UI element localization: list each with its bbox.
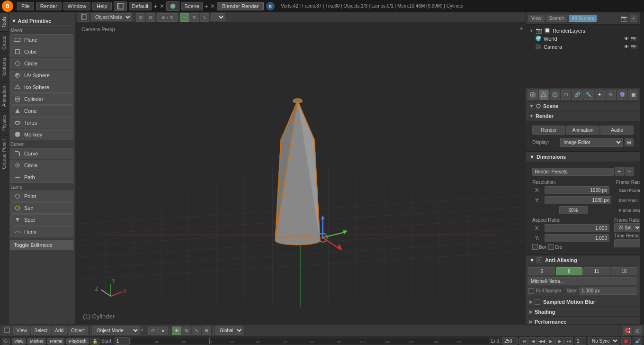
add-scene-icon[interactable]: + <box>205 2 208 10</box>
layout-selector[interactable]: Default <box>129 2 152 10</box>
viewport-mode-select[interactable]: Object Mode <box>91 13 132 21</box>
add-curve-circle-button[interactable]: Circle <box>10 160 73 171</box>
add-screen-icon[interactable]: + <box>153 2 157 10</box>
aa-8-btn[interactable]: 8 <box>556 267 582 275</box>
transform-manipulator-icon[interactable]: ⊕ ↕ ↻ <box>157 13 178 22</box>
add-cube-button[interactable]: Cube <box>10 46 73 57</box>
view-timeline-btn[interactable]: View <box>12 338 26 345</box>
tab-create[interactable]: Create <box>0 31 8 54</box>
render-menu[interactable]: Render <box>36 2 62 10</box>
end-frame-timeline[interactable] <box>502 337 518 345</box>
dimensions-header[interactable]: ▼ Dimensions <box>526 152 640 162</box>
add-preset-button[interactable]: + <box>615 167 624 176</box>
proportional-icon[interactable]: ◎ <box>633 327 642 335</box>
view-btn[interactable]: View <box>528 15 545 22</box>
cro-checkbox[interactable] <box>548 244 554 250</box>
aa-checkbox[interactable]: ✓ <box>537 257 542 263</box>
add-torus-button[interactable]: Torus <box>10 117 73 128</box>
aa-method-input[interactable] <box>528 277 637 285</box>
aspect-x-input[interactable] <box>545 224 609 232</box>
viewport-editor-icon[interactable] <box>2 327 12 335</box>
aspect-y-input[interactable] <box>545 234 609 242</box>
tab-grease-pencil[interactable]: Grease Pencil <box>0 135 8 173</box>
remove-preset-button[interactable]: − <box>625 167 634 176</box>
add-sun-lamp-button[interactable]: Sun <box>10 202 73 214</box>
file-menu[interactable]: File <box>17 2 34 10</box>
render-prop-icon[interactable] <box>528 90 538 100</box>
animation-btn[interactable]: Animation <box>566 126 599 135</box>
scene-editor-type[interactable] <box>166 1 179 11</box>
transform-orientation-select[interactable]: Global <box>215 326 243 335</box>
timeline-editor-icon[interactable]: ⏱ <box>2 338 10 345</box>
resolution-y-input[interactable] <box>545 196 611 204</box>
search-btn[interactable]: Search <box>546 15 567 22</box>
add-point-lamp-button[interactable]: Point <box>10 191 73 202</box>
render-section-header[interactable]: ▼ Render <box>526 111 640 121</box>
pivot-icon[interactable]: ⊙ <box>146 13 155 22</box>
frame-btn[interactable]: Frame <box>47 338 64 345</box>
shading-section[interactable]: ▶ Shading <box>526 307 640 317</box>
select-button[interactable]: Select <box>31 327 51 335</box>
add-icosphere-button[interactable]: Ico Sphere <box>10 82 73 93</box>
viewport-canvas[interactable]: Camera Persp + <box>76 23 525 324</box>
world-prop-icon[interactable] <box>550 90 560 100</box>
view-button[interactable]: View <box>13 327 30 335</box>
add-circle-button[interactable]: Circle <box>10 58 73 69</box>
all-scenes-btn[interactable]: All Scenes <box>569 15 597 22</box>
coordinate-system-select[interactable]: Global <box>211 13 225 21</box>
scene-prop-icon[interactable] <box>539 90 549 100</box>
camera-visibility-icon[interactable]: 👁 <box>624 44 629 49</box>
right-scrollbar[interactable] <box>640 12 644 324</box>
bor-checkbox[interactable] <box>532 244 538 250</box>
scene-section-header[interactable]: ▼ Scene <box>526 101 640 111</box>
add-monkey-button[interactable]: Monkey <box>10 129 73 140</box>
render-layers-item[interactable]: ▼ 📷 🔲 RenderLayers <box>528 27 638 35</box>
add-plane-button[interactable]: Plane <box>10 34 73 45</box>
aa-16-btn[interactable]: 16 <box>611 267 637 275</box>
delete-screen-icon[interactable]: ✕ <box>160 3 164 9</box>
delete-scene-icon[interactable]: ✕ <box>210 3 215 9</box>
render-presets-input[interactable] <box>532 168 614 176</box>
help-menu[interactable]: Help <box>92 2 112 10</box>
motion-blur-section[interactable]: ▶ Sampled Motion Blur <box>526 297 640 307</box>
rotate-icon[interactable]: ↻ <box>190 13 199 22</box>
new-scene-icon[interactable]: + <box>630 15 637 22</box>
render-engine-selector[interactable]: Blender Render <box>217 2 264 10</box>
material-icon[interactable]: 🔮 <box>617 90 627 100</box>
viewport-editor-type[interactable] <box>79 13 89 22</box>
step-back-btn[interactable]: ◀ <box>528 337 537 345</box>
display-select[interactable]: Image Editor <box>560 138 623 147</box>
mode-select[interactable]: Object Mode <box>92 326 140 335</box>
start-frame-timeline[interactable] <box>115 337 130 345</box>
particles-icon[interactable]: ✦ <box>595 90 605 100</box>
current-frame-input[interactable] <box>575 337 586 345</box>
add-path-button[interactable]: Path <box>10 172 73 183</box>
world-render-icon[interactable]: 📷 <box>631 36 636 41</box>
resolution-x-input[interactable] <box>545 186 609 194</box>
play-back-btn[interactable]: ◀◀ <box>537 337 546 345</box>
add-curve-button[interactable]: Curve <box>10 148 73 159</box>
audio-mute-btn[interactable]: 🔊 <box>633 337 642 345</box>
texture-icon[interactable]: ▦ <box>628 90 638 100</box>
transform-btn-icon[interactable]: ⊕ <box>202 327 211 335</box>
record-btn[interactable] <box>621 337 631 345</box>
world-visibility-icon[interactable]: 👁 <box>624 36 629 41</box>
tab-physics[interactable]: Physics <box>0 111 8 135</box>
playback-btn[interactable]: Playback <box>66 338 89 345</box>
display-fullscreen-icon[interactable]: ⊞ <box>625 138 634 146</box>
play-btn[interactable]: ▶ <box>546 337 555 345</box>
tab-tools[interactable]: Tools <box>0 12 8 31</box>
full-sample-checkbox[interactable] <box>528 288 534 294</box>
fps-select[interactable]: 24 fps <box>614 223 640 232</box>
size-input[interactable] <box>579 287 637 295</box>
tab-relations[interactable]: Relations <box>0 54 8 82</box>
add-hemi-lamp-button[interactable]: Hemi <box>10 226 73 237</box>
object-prop-icon[interactable]: □ <box>561 90 572 100</box>
step-forward-btn[interactable]: ▶ <box>555 337 564 345</box>
viewport-mode-icon[interactable] <box>136 13 145 22</box>
viewport-split-icon[interactable]: + <box>519 25 523 32</box>
scale-btn-icon[interactable]: ⤡ <box>192 327 201 335</box>
tab-animation[interactable]: Animation <box>0 82 8 110</box>
modifiers-icon[interactable]: 🔧 <box>583 90 594 100</box>
timeline-track[interactable]: -40 -20 0 20 40 60 80 100 120 140 160 18… <box>132 338 489 344</box>
